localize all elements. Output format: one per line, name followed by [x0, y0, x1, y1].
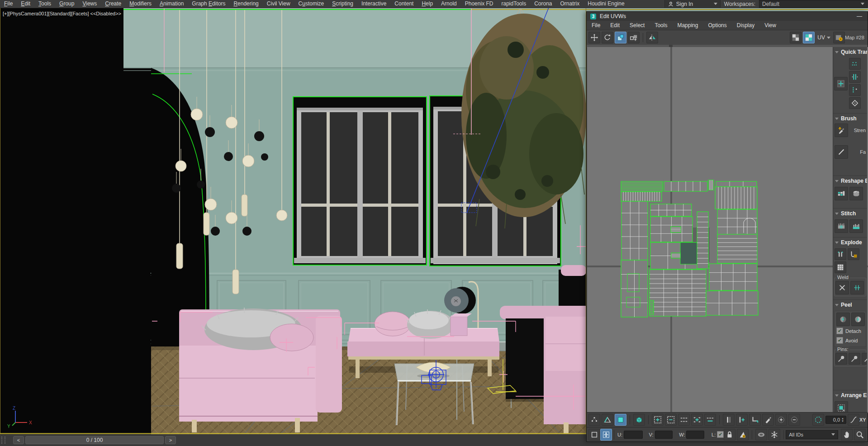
- menu-phoenix-fd[interactable]: Phoenix FD: [461, 0, 498, 8]
- menu-arnold[interactable]: Arnold: [437, 0, 461, 8]
- menu-group[interactable]: Group: [55, 0, 78, 8]
- menu-modifiers[interactable]: Modifiers: [125, 0, 156, 8]
- mirror-button[interactable]: [646, 32, 658, 43]
- menu-tools[interactable]: Tools: [34, 0, 55, 8]
- reshape1-button[interactable]: [835, 187, 848, 200]
- menu-civil-view[interactable]: Civil View: [263, 0, 294, 8]
- oval-button[interactable]: [755, 429, 767, 441]
- uv-menu-tools[interactable]: Tools: [650, 22, 672, 29]
- menu-rapidtools[interactable]: rapidTools: [497, 0, 530, 8]
- uv-menu-file[interactable]: File: [587, 22, 605, 29]
- element-button[interactable]: [633, 414, 645, 426]
- pack1-button[interactable]: [835, 401, 848, 413]
- menu-customize[interactable]: Customize: [294, 0, 328, 8]
- uv-menu-view[interactable]: View: [759, 22, 781, 29]
- lock-button[interactable]: [724, 429, 735, 441]
- menu-help[interactable]: Help: [417, 0, 437, 8]
- viewport-label[interactable]: [+][PhysCamera001][Standard][Facets] <<D…: [3, 11, 121, 16]
- texture-map-dropdown[interactable]: Map #28 (': [845, 35, 866, 40]
- stitch1-button[interactable]: [835, 219, 848, 233]
- cminus-button[interactable]: [788, 414, 800, 426]
- menu-graph-editors[interactable]: Graph Editors: [188, 0, 229, 8]
- corner-button[interactable]: [749, 414, 761, 426]
- workspace-select[interactable]: Default: [759, 0, 868, 8]
- checker-active-button[interactable]: [803, 32, 815, 43]
- freeform-button[interactable]: [615, 32, 626, 43]
- peel2-button[interactable]: [851, 313, 865, 326]
- expl3-button[interactable]: [835, 261, 846, 273]
- avoid-checkbox[interactable]: [836, 337, 843, 344]
- timeline-grip[interactable]: [1, 437, 5, 444]
- reshape2-button[interactable]: [849, 187, 863, 200]
- vbar-button[interactable]: [723, 414, 735, 426]
- next-frame-button[interactable]: >: [165, 436, 176, 444]
- uv-menu-options[interactable]: Options: [703, 22, 731, 29]
- move-button[interactable]: [588, 32, 600, 43]
- uv-space-dropdown[interactable]: UV: [815, 34, 833, 41]
- mag-button[interactable]: [854, 429, 866, 441]
- detach-checkbox[interactable]: [836, 327, 843, 334]
- sign-in-button[interactable]: Sign In: [664, 0, 721, 8]
- pluscol-button[interactable]: [736, 414, 748, 426]
- uv-canvas[interactable]: [587, 47, 868, 413]
- brushsel-button[interactable]: [762, 414, 774, 426]
- vertex-button[interactable]: [588, 414, 600, 426]
- qdots-button[interactable]: [849, 84, 861, 96]
- uv-menu-edit[interactable]: Edit: [605, 22, 625, 29]
- rollout-peel[interactable]: Peel Detach Avoid Pins:: [833, 300, 867, 390]
- window-left[interactable]: [293, 97, 427, 265]
- rotate-button[interactable]: [602, 32, 613, 43]
- peel1-button[interactable]: [836, 313, 850, 326]
- selmodes-button[interactable]: [628, 32, 640, 43]
- rollout-brush[interactable]: Brush Stren Fa: [833, 114, 867, 176]
- uv-menu-display[interactable]: Display: [732, 22, 759, 29]
- expl1-button[interactable]: [835, 248, 846, 260]
- pin-button[interactable]: [835, 353, 847, 365]
- minimize-button[interactable]: —: [855, 13, 864, 19]
- cplus-button[interactable]: [775, 414, 787, 426]
- shrink-button[interactable]: [665, 414, 677, 426]
- menu-edit[interactable]: Edit: [17, 0, 34, 8]
- loop1-button[interactable]: [678, 414, 690, 426]
- filtertri-button[interactable]: [737, 429, 749, 441]
- stitch2-button[interactable]: [849, 219, 863, 233]
- hand-button[interactable]: [841, 429, 853, 441]
- checker-button[interactable]: [790, 32, 802, 43]
- qmove-button[interactable]: [834, 77, 848, 90]
- lock-aspect-checkbox[interactable]: [717, 431, 724, 438]
- uv.typein.abs_icon_row-button[interactable]: [588, 429, 600, 441]
- softsel-button[interactable]: [812, 414, 824, 426]
- grow-button[interactable]: [652, 414, 664, 426]
- menu-views[interactable]: Views: [78, 0, 101, 8]
- weld1-button[interactable]: [835, 281, 849, 294]
- material-id-filter[interactable]: All IDs: [786, 430, 838, 439]
- spinner-icon[interactable]: [841, 417, 844, 422]
- v-field[interactable]: [655, 431, 673, 439]
- pin-button[interactable]: [849, 353, 860, 365]
- sofa-left[interactable]: [179, 308, 342, 432]
- rollout-arrange-elements[interactable]: Arrange El: [833, 390, 867, 413]
- menu-corona[interactable]: Corona: [530, 0, 556, 8]
- weld2-button[interactable]: [850, 281, 864, 294]
- pick-texture-button[interactable]: [833, 32, 845, 43]
- menu-interactive[interactable]: Interactive: [357, 0, 390, 8]
- expl2-button[interactable]: [848, 248, 859, 260]
- loop3-button[interactable]: [704, 414, 716, 426]
- prev-frame-button[interactable]: <: [13, 436, 24, 444]
- edit-uvws-titlebar[interactable]: 3 Edit UVWs —: [587, 12, 868, 21]
- pin-button[interactable]: [862, 353, 867, 365]
- uv-menu-mapping[interactable]: Mapping: [672, 22, 703, 29]
- absolute-offset-toggle[interactable]: [600, 429, 612, 441]
- frame-counter[interactable]: 0 / 100: [25, 436, 164, 444]
- linetool-button[interactable]: [835, 145, 848, 159]
- menu-scripting[interactable]: Scripting: [328, 0, 357, 8]
- menu-rendering[interactable]: Rendering: [229, 0, 262, 8]
- rollout-explode[interactable]: Explode Weld: [833, 237, 867, 300]
- rollout-quick-transform[interactable]: Quick Tran: [833, 47, 867, 114]
- rollout-stitch[interactable]: Stitch: [833, 209, 867, 237]
- uv-menu-select[interactable]: Select: [625, 22, 650, 29]
- menu-animation[interactable]: Animation: [156, 0, 188, 8]
- qgrid-button[interactable]: [849, 97, 861, 109]
- menu-content[interactable]: Content: [390, 0, 417, 8]
- brushbig-button[interactable]: [835, 123, 848, 137]
